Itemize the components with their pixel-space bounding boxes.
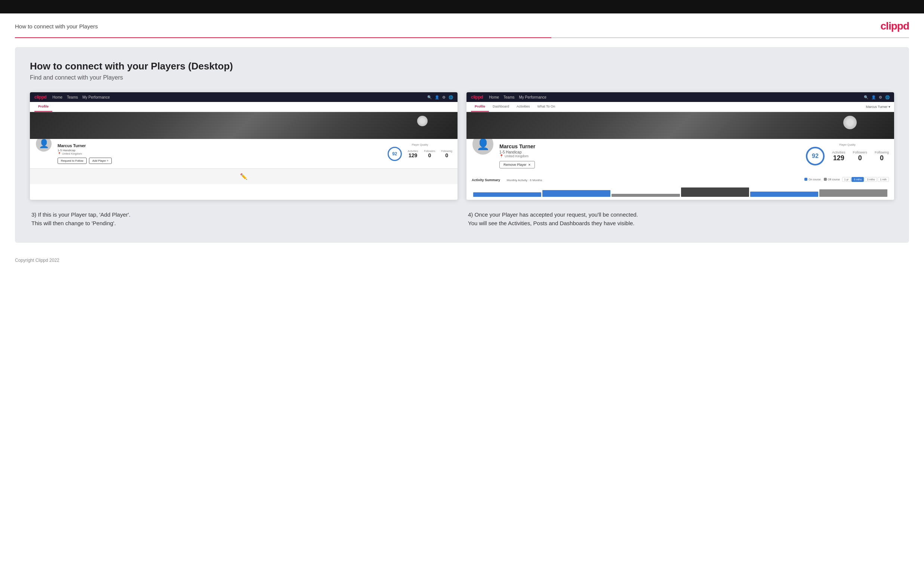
- left-nav-teams[interactable]: Teams: [67, 95, 78, 99]
- user-icon-right[interactable]: 👤: [871, 95, 876, 99]
- activity-chart: [472, 185, 889, 197]
- remove-player-button[interactable]: Remove Player ✕: [499, 161, 535, 168]
- search-icon[interactable]: 🔍: [427, 95, 432, 99]
- screenshot-left: clippd Home Teams My Performance 🔍 👤 ⚙ 🌐…: [30, 92, 457, 200]
- left-player-handicap: 1-5 Handicap: [58, 148, 382, 152]
- user-icon[interactable]: 👤: [435, 95, 439, 99]
- tab-activities[interactable]: Activities: [513, 102, 534, 112]
- search-icon-right[interactable]: 🔍: [864, 95, 868, 99]
- time-6mths[interactable]: 6 mths: [851, 177, 864, 182]
- description-right: 4) Once your Player has accepted your re…: [467, 210, 894, 228]
- left-nav-icons: 🔍 👤 ⚙ 🌐: [427, 95, 453, 99]
- avatar-icon-left: 👤: [39, 139, 49, 148]
- right-nav-home[interactable]: Home: [489, 95, 499, 99]
- globe-icon-right[interactable]: 🌐: [885, 95, 890, 99]
- left-stat-activities: Activities 129: [408, 150, 418, 158]
- activity-period: Monthly Activity · 6 Months: [507, 179, 542, 182]
- pencil-icon: ✏️: [240, 173, 247, 180]
- time-3mths[interactable]: 3 mths: [864, 177, 877, 182]
- left-player-buttons: Request to Follow Add Player +: [58, 158, 382, 164]
- off-course-dot: [824, 178, 827, 181]
- time-1mth[interactable]: 1 mth: [878, 177, 889, 182]
- activity-controls: On course Off course 1 yr 6 mths 3 mths: [804, 177, 889, 182]
- bar-5: [750, 192, 818, 197]
- right-nav-links: Home Teams My Performance: [489, 95, 858, 99]
- screenshots-row: clippd Home Teams My Performance 🔍 👤 ⚙ 🌐…: [30, 92, 894, 200]
- bar-2: [542, 190, 611, 197]
- activity-legend: On course Off course: [804, 178, 840, 181]
- main-title: How to connect with your Players (Deskto…: [30, 61, 894, 72]
- right-stat-followers: Followers 0: [853, 150, 867, 162]
- activity-title: Activity Summary: [472, 178, 500, 182]
- tab-dashboard[interactable]: Dashboard: [489, 102, 513, 112]
- tab-profile-right[interactable]: Profile: [471, 102, 489, 112]
- left-quality-label: Player Quality: [388, 143, 452, 146]
- left-stats-area: Player Quality 92 Activities 129 Followe…: [388, 142, 452, 161]
- close-icon: ✕: [528, 163, 531, 166]
- legend-off-course: Off course: [824, 178, 840, 181]
- right-nav-teams[interactable]: Teams: [504, 95, 514, 99]
- right-stat-following: Following 0: [875, 150, 889, 162]
- main-content: How to connect with your Players (Deskto…: [15, 47, 909, 243]
- right-profile-info: Marcus Turner 1-5 Handicap 📍 United King…: [499, 142, 797, 168]
- globe-icon[interactable]: 🌐: [449, 95, 453, 99]
- time-1yr[interactable]: 1 yr: [842, 177, 851, 182]
- clippd-logo: clippd: [880, 20, 909, 32]
- settings-icon[interactable]: ⚙: [442, 95, 446, 99]
- page-header: How to connect with your Players clippd: [0, 13, 924, 37]
- right-nav-logo: clippd: [471, 95, 483, 100]
- page-footer: Copyright Clippd 2022: [0, 252, 924, 269]
- breadcrumb: How to connect with your Players: [15, 23, 98, 29]
- right-player-name: Marcus Turner: [499, 143, 797, 149]
- time-buttons: 1 yr 6 mths 3 mths 1 mth: [842, 177, 889, 182]
- legend-on-course: On course: [804, 178, 821, 181]
- top-bar: [0, 0, 924, 13]
- right-golf-banner: [467, 112, 894, 139]
- tab-profile-left[interactable]: Profile: [34, 102, 52, 112]
- avatar-icon-right: 👤: [477, 138, 489, 150]
- right-player-handicap: 1-5 Handicap: [499, 150, 797, 154]
- right-quality-circle: 92: [806, 147, 825, 166]
- description-left: 3) If this is your Player tap, 'Add Play…: [30, 210, 457, 228]
- left-stat-followers: Followers 0: [424, 150, 435, 158]
- copyright-text: Copyright Clippd 2022: [15, 258, 60, 263]
- left-profile-info: Marcus Turner 1-5 Handicap 📍 United King…: [58, 142, 382, 164]
- left-nav-logo: clippd: [34, 95, 46, 100]
- descriptions-row: 3) If this is your Player tap, 'Add Play…: [30, 210, 894, 228]
- left-nav-links: Home Teams My Performance: [52, 95, 421, 99]
- right-app-tabs: Profile Dashboard Activities What To On: [467, 102, 866, 112]
- on-course-dot: [804, 178, 808, 181]
- description-left-text: 3) If this is your Player tap, 'Add Play…: [31, 210, 456, 228]
- add-player-button[interactable]: Add Player +: [89, 158, 112, 164]
- right-stat-activities: Activities 129: [832, 150, 845, 162]
- left-stat-following: Following 0: [441, 150, 452, 158]
- right-nav-performance[interactable]: My Performance: [519, 95, 546, 99]
- pin-icon-left: 📍: [58, 152, 61, 155]
- left-app-nav: clippd Home Teams My Performance 🔍 👤 ⚙ 🌐: [30, 92, 457, 102]
- settings-icon-right[interactable]: ⚙: [879, 95, 882, 99]
- left-nav-home[interactable]: Home: [52, 95, 62, 99]
- right-tabs-row: Profile Dashboard Activities What To On …: [467, 102, 894, 112]
- left-profile-section: 👤 Marcus Turner 1-5 Handicap 📍 United Ki…: [30, 139, 457, 168]
- left-golf-banner: [30, 112, 457, 139]
- header-divider: [15, 37, 909, 38]
- main-subtitle: Find and connect with your Players: [30, 74, 894, 81]
- bar-6: [819, 189, 887, 197]
- left-quality-circle: 92: [388, 147, 402, 161]
- right-app-nav: clippd Home Teams My Performance 🔍 👤 ⚙ 🌐: [467, 92, 894, 102]
- player-dropdown[interactable]: Marcus Turner ▾: [866, 105, 894, 109]
- tab-what-to-on[interactable]: What To On: [534, 102, 559, 112]
- right-quality-label: Player Quality: [806, 143, 889, 146]
- left-player-name: Marcus Turner: [58, 143, 382, 148]
- right-player-country: 📍 United Kingdom: [499, 154, 797, 158]
- left-app-tabs: Profile: [30, 102, 457, 112]
- bar-3: [612, 194, 680, 197]
- bar-4: [681, 187, 749, 197]
- activity-section: Activity Summary Monthly Activity · 6 Mo…: [467, 173, 894, 200]
- left-screenshot-bottom: ✏️: [30, 168, 457, 184]
- pin-icon-right: 📍: [499, 154, 504, 158]
- description-right-text: 4) Once your Player has accepted your re…: [468, 210, 893, 228]
- left-nav-performance[interactable]: My Performance: [82, 95, 110, 99]
- request-follow-button[interactable]: Request to Follow: [58, 158, 87, 164]
- right-nav-icons: 🔍 👤 ⚙ 🌐: [864, 95, 890, 99]
